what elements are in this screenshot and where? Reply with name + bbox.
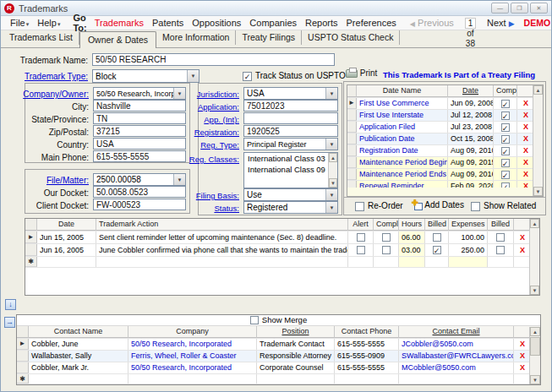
table-row[interactable]: Jun 16, 2005 June Cobbler confirmed via … bbox=[25, 244, 539, 257]
row-selector[interactable] bbox=[347, 169, 357, 180]
previous-record-button[interactable]: ◀ Previous bbox=[406, 18, 458, 28]
scroll-down-icon[interactable]: ▼ bbox=[329, 178, 337, 188]
compl-checkbox[interactable]: ✓ bbox=[501, 159, 510, 167]
table-row[interactable]: Maintenance Period Begins Aug 09, 2015 ✓… bbox=[347, 157, 543, 169]
new-row[interactable]: ✱ bbox=[25, 257, 539, 268]
country-input[interactable] bbox=[93, 138, 186, 150]
compl-checkbox[interactable]: ✓ bbox=[501, 135, 510, 144]
trademark-name-input[interactable] bbox=[92, 53, 335, 66]
billed-checkbox[interactable] bbox=[496, 233, 505, 242]
tab-more-information[interactable]: More Information bbox=[156, 30, 236, 45]
add-dates-button[interactable]: ✚ Add Dates bbox=[412, 200, 464, 210]
reg-type-select[interactable]: Principal Register ▼ bbox=[243, 138, 338, 150]
row-selector[interactable] bbox=[17, 351, 29, 362]
row-selector[interactable] bbox=[17, 362, 29, 373]
col-position[interactable]: Position bbox=[257, 326, 335, 338]
row-selector[interactable] bbox=[347, 122, 357, 133]
row-selector[interactable] bbox=[25, 244, 37, 256]
tab-treaty-filings[interactable]: Treaty Filings bbox=[236, 30, 302, 45]
our-docket-input[interactable] bbox=[93, 186, 186, 198]
checkbox-icon[interactable] bbox=[355, 202, 364, 211]
menu-goto-patents[interactable]: Patents bbox=[148, 18, 188, 28]
filing-basis-select[interactable]: Use ▼ bbox=[243, 188, 338, 201]
registration-label[interactable]: Registration: bbox=[194, 128, 239, 137]
row-selector[interactable]: ► bbox=[17, 339, 29, 350]
main-phone-input[interactable] bbox=[93, 150, 186, 162]
menu-goto-companies[interactable]: Companies bbox=[245, 18, 301, 28]
dropdown-arrow-icon[interactable]: ▼ bbox=[325, 88, 337, 99]
delete-contact-icon[interactable]: X bbox=[514, 351, 531, 362]
delete-date-icon[interactable]: X bbox=[517, 122, 534, 133]
delete-date-icon[interactable]: X bbox=[517, 157, 534, 168]
billed-checkbox[interactable]: ✓ bbox=[433, 246, 441, 254]
reg-classes-listbox[interactable]: International Class 03 X International C… bbox=[243, 152, 338, 188]
file-matter-select[interactable]: 2500.00058 ▼ bbox=[93, 173, 186, 186]
application-label[interactable]: Application: bbox=[198, 102, 239, 112]
show-merge-checkbox[interactable]: Show Merge bbox=[250, 315, 307, 324]
delete-date-icon[interactable]: X bbox=[517, 110, 534, 121]
scroll-up-icon[interactable]: ▲ bbox=[530, 327, 540, 336]
status-select[interactable]: Registered ▼ bbox=[243, 201, 338, 214]
table-row[interactable]: ► First Use Commerce Jun 09, 2008 ✓ X bbox=[347, 98, 543, 110]
checkbox-icon[interactable]: ✓ bbox=[243, 72, 252, 81]
filing-basis-label[interactable]: Filing Basis: bbox=[196, 191, 239, 200]
menu-goto-trademarks[interactable]: Trademarks bbox=[90, 18, 148, 28]
reorder-checkbox[interactable]: Re-Order bbox=[355, 201, 403, 211]
menu-help[interactable]: Help▾ bbox=[33, 18, 64, 28]
table-row[interactable]: Application Filed Jul 23, 2008 ✓ X bbox=[347, 122, 543, 133]
table-row[interactable]: Publication Date Oct 15, 2008 ✓ X bbox=[347, 133, 543, 145]
table-row[interactable]: Wallabaster, Sally Ferris, Wheel, Roller… bbox=[17, 351, 540, 362]
compl-checkbox[interactable]: ✓ bbox=[501, 171, 510, 179]
dates-scrollbar[interactable]: ▲ ▼ bbox=[533, 85, 543, 196]
scroll-up-icon[interactable]: ▲ bbox=[329, 153, 337, 162]
city-input[interactable] bbox=[93, 100, 186, 112]
list-item[interactable]: International Class 03 X bbox=[244, 153, 337, 164]
menu-goto-oppositions[interactable]: Oppositions bbox=[188, 18, 245, 28]
application-input[interactable] bbox=[243, 100, 338, 112]
delete-contact-icon[interactable]: X bbox=[514, 339, 531, 350]
reg-classes-scrollbar[interactable]: ▲ ▼ bbox=[328, 153, 337, 188]
alert-checkbox[interactable] bbox=[357, 246, 365, 254]
arrow-right-icon-button[interactable]: → bbox=[4, 317, 15, 328]
trademark-type-label[interactable]: Trademark Type: bbox=[25, 72, 88, 81]
status-label[interactable]: Status: bbox=[214, 204, 239, 213]
row-selector[interactable] bbox=[347, 110, 357, 121]
compl-checkbox[interactable]: ✓ bbox=[501, 112, 510, 120]
close-icon[interactable]: ✕ bbox=[530, 3, 548, 14]
delete-contact-icon[interactable]: X bbox=[514, 362, 531, 373]
table-row[interactable]: Registration Date Aug 09, 2010 ✓ X bbox=[347, 145, 543, 157]
scroll-down-icon[interactable]: ▼ bbox=[533, 187, 543, 196]
reg-classes-label[interactable]: Reg. Classes: bbox=[189, 155, 239, 164]
compl-checkbox[interactable]: ✓ bbox=[501, 123, 510, 132]
jurisdiction-select[interactable]: USA ▼ bbox=[243, 87, 338, 100]
compl-checkbox[interactable] bbox=[382, 233, 391, 242]
compl-checkbox[interactable]: ✓ bbox=[501, 147, 510, 155]
delete-date-icon[interactable]: X bbox=[517, 98, 534, 109]
delete-date-icon[interactable]: X bbox=[517, 133, 534, 144]
row-selector[interactable] bbox=[347, 145, 357, 156]
client-docket-input[interactable] bbox=[93, 199, 186, 210]
row-selector[interactable] bbox=[347, 133, 357, 144]
compl-checkbox[interactable] bbox=[382, 246, 391, 254]
delete-date-icon[interactable]: X bbox=[517, 145, 534, 156]
arrow-down-icon-button[interactable]: ↓ bbox=[5, 299, 16, 310]
print-button[interactable]: Print bbox=[346, 68, 377, 78]
app-int-input[interactable] bbox=[243, 112, 338, 124]
company-owner-label[interactable]: Company/Owner: bbox=[23, 90, 89, 99]
track-status-checkbox[interactable]: ✓Track Status on USPTO bbox=[243, 71, 346, 81]
scroll-down-icon[interactable]: ▼ bbox=[530, 286, 539, 295]
dropdown-arrow-icon[interactable]: ▼ bbox=[187, 70, 199, 82]
state-input[interactable] bbox=[93, 112, 186, 124]
dropdown-arrow-icon[interactable]: ▼ bbox=[325, 189, 337, 200]
record-position-box[interactable]: 1 of 38 bbox=[465, 18, 476, 29]
checkbox-icon[interactable] bbox=[250, 316, 259, 324]
row-selector[interactable]: ► bbox=[25, 231, 37, 243]
row-selector[interactable]: ► bbox=[347, 98, 357, 109]
delete-date-icon[interactable]: X bbox=[517, 169, 534, 180]
scrollbar-thumb[interactable] bbox=[530, 337, 540, 356]
compl-checkbox[interactable]: ✓ bbox=[501, 100, 510, 108]
scroll-up-icon[interactable]: ▲ bbox=[533, 85, 543, 95]
file-matter-label[interactable]: File/Matter: bbox=[46, 176, 89, 185]
menu-file[interactable]: File▾ bbox=[6, 18, 33, 28]
billed-checkbox[interactable] bbox=[496, 246, 505, 254]
